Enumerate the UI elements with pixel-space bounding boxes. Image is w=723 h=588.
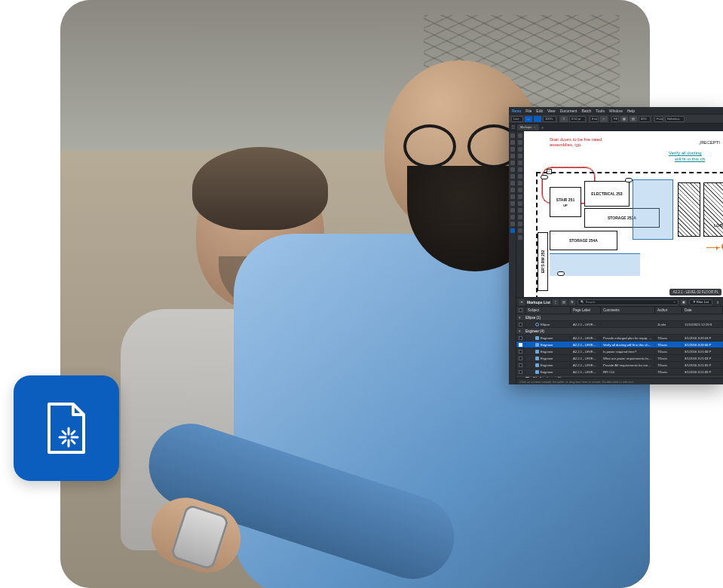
menu-edit[interactable]: Edit — [536, 109, 543, 113]
filter-toggle-icon[interactable]: ▣ — [681, 299, 687, 305]
teal-callout-line2[interactable]: will fit in this ch — [675, 157, 705, 162]
rail-search-icon[interactable] — [510, 161, 515, 165]
rail-properties-icon[interactable] — [510, 154, 515, 158]
tool-text-icon[interactable] — [518, 154, 522, 158]
group-engineer[interactable]: ▾Engineer (4) — [516, 328, 723, 335]
stroke-width-field[interactable]: 0.50 pt — [569, 116, 586, 122]
col-page[interactable]: Page Label — [571, 307, 601, 314]
tool-rect-icon[interactable] — [518, 194, 522, 199]
menu-batch[interactable]: Batch — [581, 109, 591, 113]
menu-document[interactable]: Document — [560, 109, 577, 113]
orange-arrow[interactable] — [706, 247, 720, 248]
row-engineer-1[interactable]: Engineer A2.2.1 - LEVE… Verify all ducti… — [516, 341, 723, 348]
row-ellipse-1[interactable]: Ellipse A2.2.1 - LEVE… JLohe 11/19/2021 … — [516, 321, 723, 328]
row-checkbox[interactable] — [519, 323, 522, 326]
panel-columns-icon[interactable]: ▤ — [561, 299, 567, 305]
rail-sets-icon[interactable] — [510, 222, 515, 226]
row-engineer-5[interactable]: Engineer A2.2.1 - LEVE… RFI #14 TDavis 3… — [516, 369, 723, 375]
menu-view[interactable]: View — [547, 109, 556, 113]
menu-revu[interactable]: Revu — [512, 109, 521, 113]
tool-pan-icon[interactable] — [518, 140, 522, 145]
zoom-field[interactable]: 100% — [543, 116, 556, 122]
fill-pattern-button[interactable]: ▤ — [630, 116, 637, 122]
room-stair: STAIR 251 UP — [550, 187, 581, 217]
tool-note-icon[interactable] — [518, 161, 522, 165]
panel-config-icon[interactable]: ⋮ — [553, 299, 559, 305]
twisty-icon[interactable]: ▾ — [519, 316, 523, 320]
row-page: A2.2.1 - LEVE… — [571, 343, 601, 347]
rail-bookmarks-icon[interactable] — [510, 140, 515, 145]
group-ellipse[interactable]: ▾Ellipse (1) — [516, 314, 723, 321]
row-engineer-0[interactable]: Engineer A2.2.1 - LEVE… Provide enlarged… — [516, 335, 723, 341]
tool-ellipse-icon[interactable] — [518, 201, 522, 206]
menu-file[interactable]: File — [525, 109, 532, 113]
row-engineer-4[interactable]: Engineer A2.2.1 - LEVE… Provide AV requi… — [516, 362, 723, 369]
end-style-button[interactable]: ↔ — [600, 116, 608, 122]
tool-type-field[interactable]: Line — [511, 116, 523, 122]
tool-stamp-icon[interactable] — [518, 222, 522, 226]
markup-blue-area[interactable] — [633, 179, 673, 240]
col-author[interactable]: Author — [655, 307, 682, 314]
row-checkbox[interactable] — [519, 336, 522, 340]
col-comments[interactable]: Comments — [601, 307, 655, 314]
room-stair-label: STAIR 251 — [556, 198, 574, 202]
close-tab-icon[interactable]: × — [534, 125, 535, 129]
filter-list-button[interactable]: ⧩ Filter List — [689, 299, 712, 305]
clear-search-icon[interactable]: × — [673, 300, 675, 304]
tool-line-icon[interactable] — [518, 181, 522, 185]
rail-signatures-icon[interactable] — [510, 208, 515, 213]
rail-markups-icon[interactable] — [510, 228, 515, 233]
rail-layers-icon[interactable] — [510, 174, 515, 179]
row-checkbox[interactable] — [519, 363, 522, 367]
stroke-style-button[interactable]: ≡ — [560, 116, 568, 122]
panel-sort-icon[interactable]: ⇅ — [569, 299, 575, 305]
rail-studio-icon[interactable] — [510, 167, 515, 172]
tab-menu-button[interactable]: ☰ — [511, 125, 515, 130]
document-tab[interactable]: Markups × — [517, 124, 539, 130]
line-color-button[interactable] — [534, 116, 541, 122]
drawing-canvas[interactable]: Stair doors to be fire rated assemblies,… — [516, 131, 723, 297]
row-checkbox[interactable] — [519, 343, 522, 347]
markups-search-input[interactable]: 🔍 Search × — [577, 299, 679, 305]
panel-collapse-icon[interactable]: ▾ — [519, 299, 525, 305]
col-checkbox[interactable] — [516, 307, 525, 314]
rail-spaces-icon[interactable] — [510, 181, 515, 185]
export-icon[interactable]: ⇪ — [715, 299, 721, 305]
page-label-badge[interactable]: A2.2.1 - LEVEL 02 FLOOR PL — [669, 289, 721, 296]
tool-arrow-icon[interactable] — [518, 188, 522, 192]
col-subject[interactable]: Subject — [525, 307, 571, 314]
floor-plan: Stair doors to be fire rated assemblies,… — [527, 134, 723, 297]
fill-color-button[interactable]: ▦ — [620, 116, 628, 122]
rail-forms-icon[interactable] — [510, 201, 515, 206]
tool-cloud-icon[interactable] — [518, 208, 522, 213]
row-engineer-2[interactable]: Engineer A2.2.1 - LEVE… Is power require… — [516, 348, 723, 355]
rail-links-icon[interactable] — [510, 194, 515, 199]
tool-callout-icon[interactable] — [518, 215, 522, 219]
row-checkbox[interactable] — [519, 350, 522, 354]
twisty-icon[interactable]: ▾ — [519, 329, 523, 333]
tool-pen-icon[interactable] — [518, 167, 522, 172]
rail-3d-icon[interactable] — [510, 215, 515, 219]
redline-note[interactable]: Stair doors to be fire rated assemblies,… — [550, 137, 617, 148]
row-checkbox[interactable] — [519, 370, 522, 374]
menu-tools[interactable]: Tools — [596, 109, 605, 113]
rail-measure-icon[interactable] — [510, 188, 515, 192]
row-checkbox[interactable] — [519, 357, 522, 360]
tool-image-icon[interactable] — [518, 228, 522, 233]
font-field[interactable]: Helvetica — [665, 116, 685, 122]
rail-thumbnails-icon[interactable] — [510, 133, 515, 138]
add-tab-button[interactable]: + — [541, 125, 544, 130]
row-date: 3/1/2016 3:21:00 P — [682, 350, 723, 354]
line-style-button[interactable]: — — [525, 116, 532, 122]
col-date[interactable]: Date — [682, 307, 723, 314]
tool-select-icon[interactable] — [518, 133, 522, 138]
menu-help[interactable]: Help — [627, 109, 635, 113]
tool-highlight-icon[interactable] — [518, 174, 522, 179]
menu-window[interactable]: Window — [609, 109, 623, 113]
row-engineer-3[interactable]: Engineer A2.2.1 - LEVE… What are power r… — [516, 355, 723, 362]
tool-measure-icon[interactable] — [518, 235, 522, 240]
rail-toolchest-icon[interactable] — [510, 147, 515, 152]
tool-zoom-icon[interactable] — [518, 147, 522, 152]
teal-callout-line1[interactable]: Verify all ducting — [669, 151, 702, 156]
opacity-field[interactable]: 60% — [639, 116, 651, 122]
